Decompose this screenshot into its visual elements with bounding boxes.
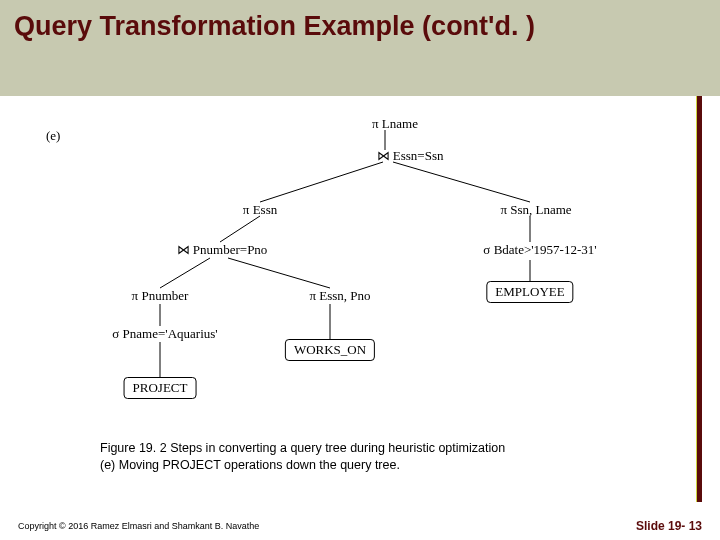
footer: Copyright © 2016 Ramez Elmasri and Shamk… (0, 512, 720, 540)
node-project-essn-pno: π Essn, Pno (309, 288, 370, 304)
node-employee: EMPLOYEE (486, 281, 573, 303)
node-project-ssn-lname: π Ssn, Lname (500, 202, 571, 218)
figure-caption: Figure 19. 2 Steps in converting a query… (100, 440, 620, 474)
svg-line-6 (160, 258, 210, 288)
node-project-relation: PROJECT (124, 377, 197, 399)
svg-line-7 (228, 258, 330, 288)
svg-line-1 (260, 162, 383, 202)
caption-line-1: Figure 19. 2 Steps in converting a query… (100, 440, 620, 457)
svg-line-2 (393, 162, 530, 202)
svg-line-3 (220, 216, 260, 242)
node-select-pname: σ Pname='Aquarius' (112, 326, 217, 342)
node-project-pnumber: π Pnumber (132, 288, 189, 304)
tree-edges (60, 110, 660, 420)
node-select-bdate: σ Bdate>'1957-12-31' (483, 242, 596, 258)
caption-line-2: (e) Moving PROJECT operations down the q… (100, 457, 620, 474)
subfigure-label: (e) (46, 128, 60, 144)
node-works-on: WORKS_ON (285, 339, 375, 361)
query-tree-diagram: (e) π Lname ⋈ Essn=Ssn π Essn π Ssn, Lna… (60, 110, 660, 420)
node-join-essn-ssn: ⋈ Essn=Ssn (377, 148, 444, 164)
page-title: Query Transformation Example (cont'd. ) (14, 10, 706, 44)
copyright-text: Copyright © 2016 Ramez Elmasri and Shamk… (18, 521, 259, 531)
node-project-lname: π Lname (372, 116, 418, 132)
accent-rule (696, 96, 702, 502)
slide-number: Slide 19- 13 (636, 519, 702, 533)
node-join-pnumber-pno: ⋈ Pnumber=Pno (177, 242, 268, 258)
title-bar: Query Transformation Example (cont'd. ) (0, 0, 720, 96)
node-project-essn: π Essn (243, 202, 277, 218)
